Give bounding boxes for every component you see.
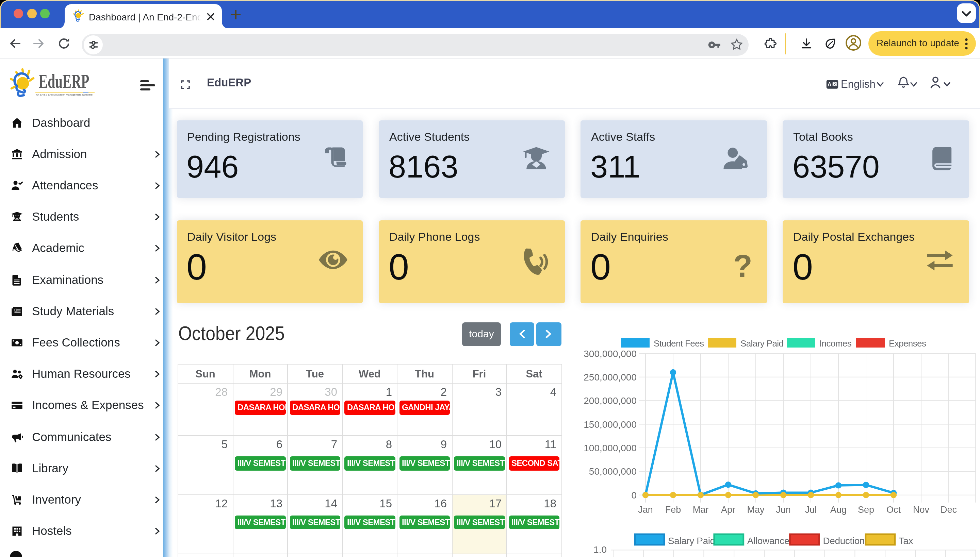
svg-text:Expenses: Expenses — [889, 338, 926, 349]
svg-text:50,000,000: 50,000,000 — [589, 466, 637, 477]
svg-text:Tax: Tax — [899, 536, 913, 546]
svg-text:Aug: Aug — [830, 505, 847, 515]
svg-text:150,000,000: 150,000,000 — [583, 419, 637, 430]
svg-text:0: 0 — [631, 490, 637, 500]
svg-text:Nov: Nov — [913, 505, 929, 515]
svg-text:Jul: Jul — [805, 505, 817, 515]
svg-text:Jun: Jun — [776, 505, 791, 515]
svg-text:Deduction: Deduction — [823, 536, 865, 546]
svg-text:Salary Paid: Salary Paid — [668, 536, 715, 546]
svg-text:Student Fees: Student Fees — [654, 338, 704, 349]
svg-text:Oct: Oct — [887, 505, 901, 515]
svg-text:Salary Paid: Salary Paid — [740, 338, 783, 349]
svg-text:200,000,000: 200,000,000 — [583, 396, 637, 406]
svg-text:Sep: Sep — [858, 505, 874, 515]
svg-text:Jan: Jan — [638, 505, 653, 515]
svg-text:1.0: 1.0 — [593, 544, 607, 555]
svg-text:300,000,000: 300,000,000 — [583, 349, 637, 359]
svg-text:Feb: Feb — [665, 505, 681, 515]
svg-text:Mar: Mar — [693, 505, 709, 515]
svg-text:250,000,000: 250,000,000 — [583, 372, 637, 383]
svg-text:Apr: Apr — [721, 505, 735, 515]
svg-text:Allowance: Allowance — [747, 536, 789, 546]
svg-text:100,000,000: 100,000,000 — [583, 443, 637, 453]
svg-text:May: May — [747, 505, 764, 515]
svg-text:Dec: Dec — [941, 505, 957, 515]
svg-text:Incomes: Incomes — [819, 338, 852, 349]
